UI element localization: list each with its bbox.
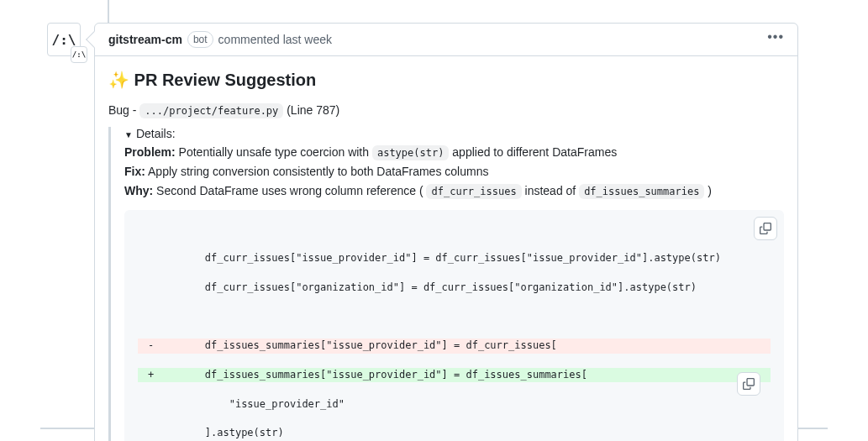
comment-action: commented last week <box>218 33 332 46</box>
disclosure-triangle-icon: ▼ <box>124 130 133 139</box>
suggestion-title: ✨ PR Review Suggestion <box>108 70 784 90</box>
comment-container: gitstream-cm bot commented last week •••… <box>94 23 798 441</box>
comment-header: gitstream-cm bot commented last week ••• <box>95 24 797 56</box>
copy-icon <box>743 378 755 390</box>
bot-badge: bot <box>187 31 213 48</box>
bug-line: Bug - .../project/feature.py (Line 787) <box>108 103 784 117</box>
diff-deletion: - df_issues_summaries["issue_provider_id… <box>138 339 771 353</box>
avatar-small-glyph: /:\ <box>72 50 86 59</box>
more-actions-button[interactable]: ••• <box>767 30 784 49</box>
problem-line: Problem: Potentially unsafe type coercio… <box>124 144 784 161</box>
avatar-glyph: /:\ <box>52 32 76 48</box>
copy-code-button[interactable] <box>754 217 777 240</box>
diff-addition: + df_issues_summaries["issue_provider_id… <box>138 368 771 382</box>
code-suggestion: df_curr_issues["issue_provider_id"] = df… <box>124 210 784 441</box>
avatar-small[interactable]: /:\ <box>71 46 87 63</box>
why-line: Why: Second DataFrame uses wrong column … <box>124 182 784 200</box>
comment-body: ✨ PR Review Suggestion Bug - .../project… <box>95 56 797 441</box>
copy-icon <box>760 223 771 234</box>
fix-line: Fix: Apply string conversion consistentl… <box>124 163 784 181</box>
details-toggle[interactable]: ▼Details: <box>124 127 784 140</box>
author-link[interactable]: gitstream-cm <box>108 33 182 46</box>
file-path: .../project/feature.py <box>139 103 283 118</box>
copy-button-secondary[interactable] <box>737 372 760 396</box>
timestamp-link[interactable]: last week <box>283 33 332 46</box>
details-block: ▼Details: Problem: Potentially unsafe ty… <box>108 127 784 441</box>
